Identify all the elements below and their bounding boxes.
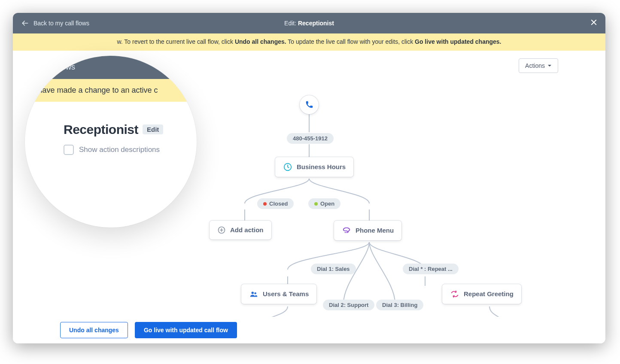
repeat-icon bbox=[450, 289, 459, 299]
phone-number-pill[interactable]: 480-455-1912 bbox=[287, 133, 334, 144]
show-descriptions-checkbox[interactable] bbox=[64, 145, 74, 155]
closed-branch-pill[interactable]: Closed bbox=[257, 198, 294, 209]
plus-circle-icon bbox=[217, 226, 226, 234]
dial-star-pill[interactable]: Dial * : Repeat ... bbox=[403, 264, 459, 274]
clock-icon bbox=[283, 162, 292, 172]
magnifier-overlay: ny call flows You have made a change to … bbox=[25, 56, 197, 228]
dial-2-pill[interactable]: Dial 2: Support bbox=[323, 300, 374, 310]
arrow-left-icon bbox=[21, 19, 29, 27]
repeat-greeting-node[interactable]: Repeat Greeting bbox=[442, 284, 521, 304]
business-hours-node[interactable]: Business Hours bbox=[275, 157, 353, 177]
back-button[interactable]: Back to my call flows bbox=[21, 19, 89, 27]
magnifier-alert-fragment: You have made a change to an active c bbox=[25, 79, 197, 102]
modal-title: Edit: Receptionist bbox=[284, 20, 334, 27]
dot-green-icon bbox=[314, 202, 318, 206]
main-area: Actions bbox=[13, 51, 605, 317]
flow-title: Receptionist bbox=[64, 122, 138, 137]
dot-red-icon bbox=[263, 202, 267, 206]
add-action-node[interactable]: Add action bbox=[210, 221, 271, 240]
dial-1-pill[interactable]: Dial 1: Sales bbox=[311, 264, 356, 274]
svg-point-9 bbox=[254, 292, 256, 294]
back-label: Back to my call flows bbox=[33, 20, 89, 27]
close-icon bbox=[590, 18, 598, 26]
users-teams-node[interactable]: Users & Teams bbox=[241, 284, 316, 304]
alert-bar: w. To revert to the current live call fl… bbox=[13, 33, 605, 51]
show-descriptions-label: Show action descriptions bbox=[79, 146, 160, 154]
phone-icon bbox=[304, 100, 314, 109]
edit-title-button[interactable]: Edit bbox=[143, 124, 163, 134]
app-frame: Back to my call flows Edit: Receptionist… bbox=[13, 13, 605, 343]
dial-3-pill[interactable]: Dial 3: Billing bbox=[376, 300, 423, 310]
phone-menu-node[interactable]: Phone Menu bbox=[334, 221, 401, 240]
alert-golive-bold: Go live with updated changes. bbox=[415, 38, 501, 45]
phone-menu-icon bbox=[342, 226, 351, 235]
close-button[interactable] bbox=[590, 18, 598, 28]
svg-point-8 bbox=[252, 291, 254, 294]
users-icon bbox=[249, 289, 258, 299]
flow-start-node[interactable] bbox=[300, 95, 319, 114]
footer-bar: Undo all changes Go live with updated ca… bbox=[13, 317, 605, 343]
open-branch-pill[interactable]: Open bbox=[308, 198, 340, 209]
undo-all-button[interactable]: Undo all changes bbox=[60, 322, 128, 338]
modal-header: Back to my call flows Edit: Receptionist bbox=[13, 13, 605, 33]
go-live-button[interactable]: Go live with updated call flow bbox=[135, 322, 237, 338]
alert-undo-bold: Undo all changes. bbox=[235, 38, 286, 45]
